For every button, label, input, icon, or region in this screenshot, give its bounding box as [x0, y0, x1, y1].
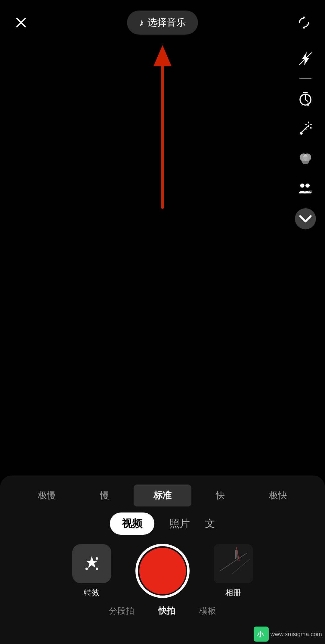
capture-mode-selector: 视频 照片 文 [110, 512, 215, 535]
svg-text:ON: ON [309, 191, 312, 194]
arrow-indicator [147, 39, 178, 214]
svg-line-5 [305, 100, 308, 101]
effects-icon-box [72, 544, 111, 583]
svg-point-14 [310, 127, 312, 129]
timer-button[interactable]: 3 [295, 88, 316, 109]
nav-template[interactable]: 模板 [199, 605, 216, 617]
album-label: 相册 [225, 587, 241, 598]
effects-button[interactable]: 特效 [72, 544, 111, 598]
svg-point-20 [305, 184, 310, 188]
svg-point-19 [300, 184, 305, 188]
watermark: 小 www.xmsigma.com [254, 627, 322, 642]
shutter-inner [139, 548, 186, 594]
flash-off-button[interactable] [295, 48, 316, 69]
music-note-icon: ♪ [139, 17, 144, 28]
svg-rect-31 [235, 550, 236, 559]
album-button[interactable]: 相册 [214, 544, 253, 598]
beauty-button[interactable] [295, 118, 316, 139]
sidebar-divider [299, 78, 311, 79]
watermark-text: www.xmsigma.com [271, 631, 322, 638]
svg-point-26 [85, 568, 88, 570]
nav-quick[interactable]: 快拍 [158, 605, 175, 617]
speed-very-slow[interactable]: 极慢 [18, 485, 76, 506]
speed-fast[interactable]: 快 [191, 485, 249, 506]
mode-photo[interactable]: 照片 [169, 517, 190, 531]
shutter-button[interactable] [135, 544, 190, 598]
shutter-row: 特效 相册 [0, 544, 325, 598]
speed-selector: 极慢 慢 标准 快 极快 [0, 485, 325, 506]
svg-text:3: 3 [307, 102, 309, 106]
more-options-button[interactable] [295, 208, 316, 229]
speed-slow[interactable]: 慢 [76, 485, 134, 506]
mode-text[interactable]: 文 [205, 517, 215, 531]
mode-video[interactable]: 视频 [110, 512, 154, 535]
svg-text:小: 小 [257, 630, 264, 638]
svg-point-25 [96, 557, 98, 560]
nav-segment[interactable]: 分段拍 [109, 605, 134, 617]
close-button[interactable] [12, 14, 30, 32]
bottom-controls-area: 极慢 慢 标准 快 极快 视频 照片 文 特效 [0, 475, 325, 644]
svg-point-27 [96, 568, 98, 570]
bottom-nav: 分段拍 快拍 模板 [109, 605, 216, 617]
album-thumbnail [214, 544, 253, 583]
music-button-label: 选择音乐 [147, 16, 186, 29]
top-bar: ♪ 选择音乐 [0, 0, 325, 36]
speed-normal[interactable]: 标准 [134, 485, 191, 506]
duet-button[interactable]: ON [295, 178, 316, 199]
svg-rect-28 [214, 544, 253, 583]
effects-label: 特效 [84, 587, 100, 598]
svg-point-18 [302, 156, 309, 164]
right-sidebar: 3 ON [295, 48, 316, 229]
filter-button[interactable] [295, 148, 316, 169]
speed-very-fast[interactable]: 极快 [249, 485, 307, 506]
music-select-button[interactable]: ♪ 选择音乐 [127, 11, 198, 35]
watermark-logo: 小 [254, 627, 269, 642]
svg-marker-24 [153, 45, 172, 66]
flip-camera-button[interactable] [295, 14, 313, 32]
svg-point-15 [305, 128, 307, 130]
